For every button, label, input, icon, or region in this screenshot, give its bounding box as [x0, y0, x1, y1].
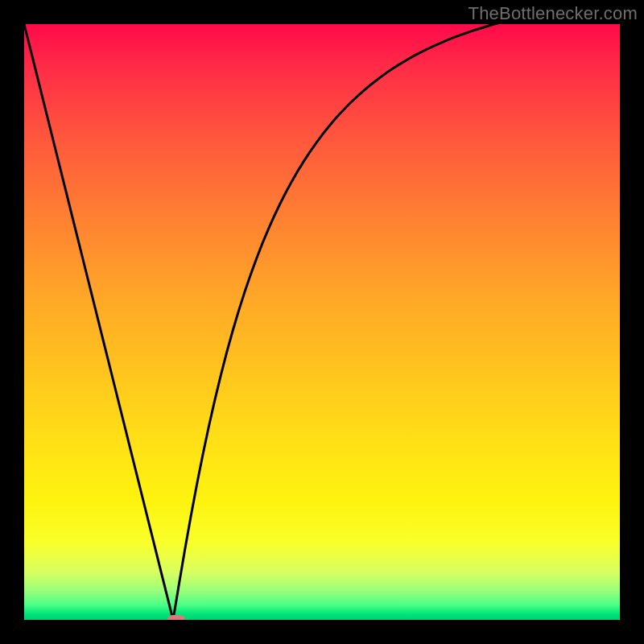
- curve-svg: [24, 24, 620, 620]
- chart-frame: TheBottlenecker.com: [0, 0, 644, 644]
- optimal-point-marker: [167, 615, 185, 620]
- watermark-text: TheBottlenecker.com: [469, 3, 638, 24]
- plot-area: [24, 24, 620, 620]
- bottleneck-curve: [24, 24, 620, 620]
